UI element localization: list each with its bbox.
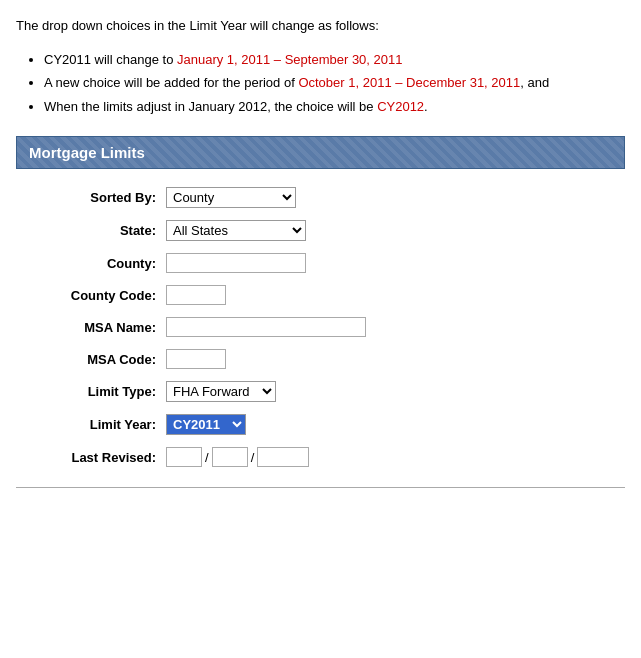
bullet-1-prefix: CY2011 will change to [44,52,177,67]
last-revised-label: Last Revised: [46,450,156,465]
bullet-2-suffix: , and [520,75,549,90]
limit-type-row: Limit Type: FHA Forward HECM [46,381,625,402]
state-label: State: [46,223,156,238]
county-code-label: County Code: [46,288,156,303]
bullet-item-3: When the limits adjust in January 2012, … [44,97,625,117]
limit-year-label: Limit Year: [46,417,156,432]
msa-name-input[interactable] [166,317,366,337]
section-title: Mortgage Limits [29,144,145,161]
bullet-3-prefix: When the limits adjust in January 2012, … [44,99,377,114]
bullet-3-highlight: CY2012 [377,99,424,114]
county-label: County: [46,256,156,271]
limit-year-select[interactable]: CY2011 CY2010 CY2012 [166,414,246,435]
sorted-by-row: Sorted By: County State MSA [46,187,625,208]
county-code-input[interactable] [166,285,226,305]
bullet-3-suffix: . [424,99,428,114]
limit-type-label: Limit Type: [46,384,156,399]
bullet-item-2: A new choice will be added for the perio… [44,73,625,93]
bullet-1-highlight: January 1, 2011 – September 30, 2011 [177,52,403,67]
state-row: State: All States Alabama Alaska [46,220,625,241]
msa-code-row: MSA Code: [46,349,625,369]
date-sep-2: / [251,450,255,465]
sorted-by-select[interactable]: County State MSA [166,187,296,208]
bullet-list: CY2011 will change to January 1, 2011 – … [16,50,625,117]
msa-code-input[interactable] [166,349,226,369]
section-header: Mortgage Limits [16,136,625,169]
state-select[interactable]: All States Alabama Alaska [166,220,306,241]
limit-type-select[interactable]: FHA Forward HECM [166,381,276,402]
county-row: County: [46,253,625,273]
msa-name-label: MSA Name: [46,320,156,335]
last-revised-date-group: / / [166,447,309,467]
last-revised-year-input[interactable] [257,447,309,467]
bottom-divider [16,487,625,488]
msa-code-label: MSA Code: [46,352,156,367]
bullet-2-highlight: October 1, 2011 – December 31, 2011 [298,75,520,90]
last-revised-day-input[interactable] [212,447,248,467]
date-sep-1: / [205,450,209,465]
intro-text: The drop down choices in the Limit Year … [16,16,625,36]
sorted-by-label: Sorted By: [46,190,156,205]
county-input[interactable] [166,253,306,273]
msa-name-row: MSA Name: [46,317,625,337]
county-code-row: County Code: [46,285,625,305]
bullet-item-1: CY2011 will change to January 1, 2011 – … [44,50,625,70]
last-revised-row: Last Revised: / / [46,447,625,467]
bullet-2-prefix: A new choice will be added for the perio… [44,75,298,90]
last-revised-month-input[interactable] [166,447,202,467]
limit-year-row: Limit Year: CY2011 CY2010 CY2012 [46,414,625,435]
form-area: Sorted By: County State MSA State: All S… [16,187,625,467]
